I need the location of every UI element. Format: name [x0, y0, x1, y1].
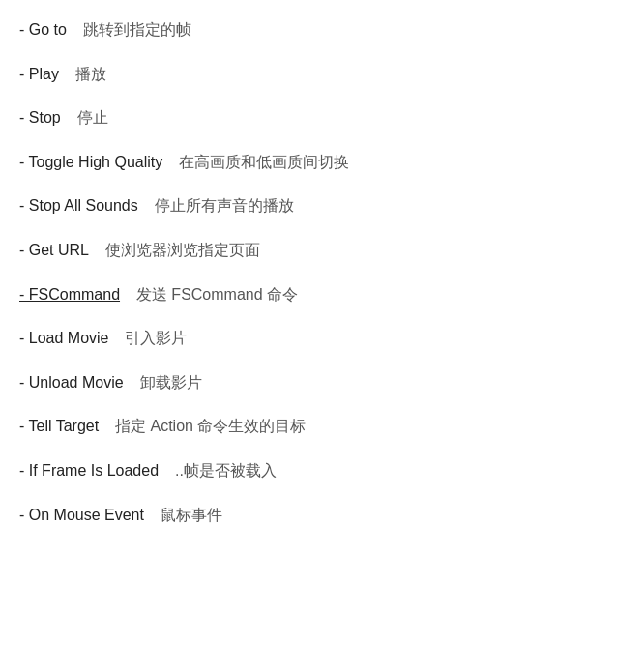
item-zh-goto: 跳转到指定的帧	[74, 21, 191, 38]
item-en-unload-movie: - Unload Movie	[19, 374, 124, 391]
item-en-on-mouse-event: - On Mouse Event	[19, 507, 144, 523]
list-item-unload-movie: - Unload Movie 卸载影片	[19, 361, 625, 405]
item-en-play: - Play	[19, 66, 59, 82]
list-item-get-url: - Get URL 使浏览器浏览指定页面	[19, 228, 625, 273]
list-item-stop-all-sounds: - Stop All Sounds 停止所有声音的播放	[19, 184, 625, 228]
item-zh-fscommand: 发送 FSCommand 命令	[128, 286, 298, 303]
item-en-if-frame-is-loaded: - If Frame Is Loaded	[19, 462, 159, 479]
item-en-load-movie: - Load Movie	[19, 330, 109, 346]
item-en-stop-all-sounds: - Stop All Sounds	[19, 197, 138, 214]
list-item-load-movie: - Load Movie 引入影片	[19, 316, 625, 361]
item-zh-if-frame-is-loaded: ..帧是否被载入	[166, 462, 277, 479]
item-zh-on-mouse-event: 鼠标事件	[152, 507, 222, 523]
item-zh-play: 播放	[67, 66, 106, 82]
command-list: - Go to 跳转到指定的帧- Play 播放- Stop 停止- Toggl…	[19, 8, 625, 537]
item-en-stop: - Stop	[19, 109, 61, 126]
item-en-toggle-high-quality: - Toggle High Quality	[19, 154, 162, 170]
item-zh-toggle-high-quality: 在高画质和低画质间切换	[170, 154, 349, 170]
item-zh-tell-target: 指定 Action 命令生效的目标	[106, 418, 306, 434]
item-zh-stop-all-sounds: 停止所有声音的播放	[146, 197, 294, 214]
item-zh-get-url: 使浏览器浏览指定页面	[97, 242, 260, 258]
item-zh-load-movie: 引入影片	[117, 330, 188, 346]
list-item-on-mouse-event: - On Mouse Event 鼠标事件	[19, 493, 625, 538]
list-item-if-frame-is-loaded: - If Frame Is Loaded ..帧是否被载入	[19, 449, 625, 493]
item-zh-unload-movie: 卸载影片	[132, 374, 202, 391]
list-item-play: - Play 播放	[19, 52, 625, 97]
item-en-goto: - Go to	[19, 21, 67, 38]
list-item-tell-target: - Tell Target 指定 Action 命令生效的目标	[19, 404, 625, 449]
list-item-goto: - Go to 跳转到指定的帧	[19, 8, 625, 52]
list-item-fscommand: - FSCommand 发送 FSCommand 命令	[19, 273, 625, 317]
item-en-get-url: - Get URL	[19, 242, 89, 258]
list-item-stop: - Stop 停止	[19, 96, 625, 140]
item-en-tell-target: - Tell Target	[19, 418, 99, 434]
list-item-toggle-high-quality: - Toggle High Quality 在高画质和低画质间切换	[19, 140, 625, 185]
item-zh-stop: 停止	[69, 109, 108, 126]
item-en-fscommand: - FSCommand	[19, 286, 120, 303]
